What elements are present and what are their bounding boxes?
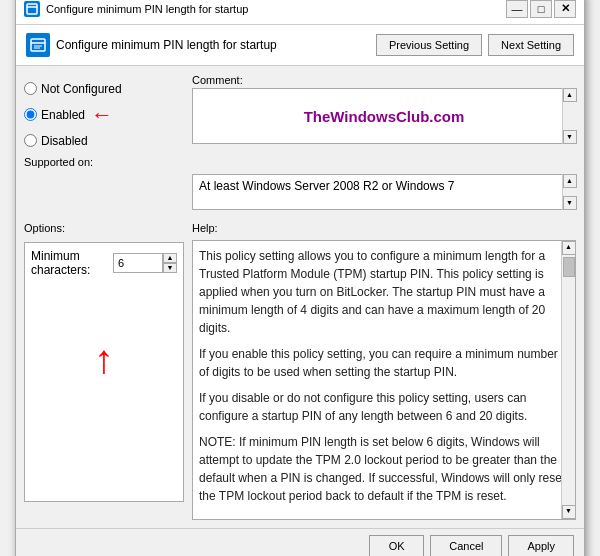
enabled-arrow: ← bbox=[91, 102, 113, 128]
dialog-window: Configure minimum PIN length for startup… bbox=[15, 0, 585, 556]
help-panel: This policy setting allows you to config… bbox=[192, 240, 576, 520]
cancel-button[interactable]: Cancel bbox=[430, 535, 502, 557]
spinner-up-button[interactable]: ▲ bbox=[163, 253, 177, 263]
scroll-up-arrow[interactable]: ▲ bbox=[563, 88, 577, 102]
radio-not-configured-input[interactable] bbox=[24, 82, 37, 95]
title-bar-icon bbox=[24, 1, 40, 17]
title-bar-text: Configure minimum PIN length for startup bbox=[46, 3, 500, 15]
help-title: Help: bbox=[192, 222, 576, 234]
ok-button[interactable]: OK bbox=[369, 535, 424, 557]
help-scroll-thumb[interactable] bbox=[563, 257, 575, 277]
svg-rect-0 bbox=[27, 4, 37, 14]
options-title: Options: bbox=[24, 222, 184, 234]
radio-group: Not Configured Enabled ← Disabled bbox=[24, 82, 184, 148]
comment-box[interactable]: TheWindowsClub.com bbox=[192, 88, 576, 144]
help-scroll-down[interactable]: ▼ bbox=[562, 505, 576, 519]
right-panel: Comment: TheWindowsClub.com ▲ ▼ At least… bbox=[192, 74, 576, 210]
min-chars-input[interactable] bbox=[113, 253, 163, 273]
supported-label: Supported on: bbox=[24, 156, 184, 168]
title-bar-controls: — □ ✕ bbox=[506, 0, 576, 18]
comment-scrollbar: ▲ ▼ bbox=[562, 88, 576, 144]
bottom-section: Options: Minimum characters: ▲ ▼ ↑ bbox=[16, 218, 584, 528]
radio-enabled-label: Enabled bbox=[41, 108, 85, 122]
help-paragraph-1: If you enable this policy setting, you c… bbox=[199, 345, 569, 381]
left-panel: Not Configured Enabled ← Disabled Suppor… bbox=[24, 74, 184, 210]
header-buttons: Previous Setting Next Setting bbox=[376, 34, 574, 56]
scroll-down-arrow[interactable]: ▼ bbox=[563, 130, 577, 144]
help-paragraph-2: If you disable or do not configure this … bbox=[199, 389, 569, 425]
min-chars-row: Minimum characters: ▲ ▼ bbox=[31, 249, 177, 277]
spinner-input: ▲ ▼ bbox=[113, 253, 177, 273]
dialog-header-title: Configure minimum PIN length for startup bbox=[56, 38, 277, 52]
next-setting-button[interactable]: Next Setting bbox=[488, 34, 574, 56]
spinner-down-button[interactable]: ▼ bbox=[163, 263, 177, 273]
help-text: This policy setting allows you to config… bbox=[199, 247, 569, 505]
help-paragraph-0: This policy setting allows you to config… bbox=[199, 247, 569, 337]
comment-watermark: TheWindowsClub.com bbox=[304, 107, 465, 124]
supported-scrollbar: ▲ ▼ bbox=[562, 174, 576, 210]
header-icon bbox=[26, 33, 50, 57]
apply-button[interactable]: Apply bbox=[508, 535, 574, 557]
dialog-body: Not Configured Enabled ← Disabled Suppor… bbox=[16, 66, 584, 218]
radio-disabled: Disabled bbox=[24, 134, 184, 148]
title-bar: Configure minimum PIN length for startup… bbox=[16, 0, 584, 25]
supported-scroll-down[interactable]: ▼ bbox=[563, 196, 577, 210]
dialog-footer: OK Cancel Apply bbox=[16, 528, 584, 557]
radio-not-configured: Not Configured bbox=[24, 82, 184, 96]
previous-setting-button[interactable]: Previous Setting bbox=[376, 34, 482, 56]
radio-disabled-input[interactable] bbox=[24, 134, 37, 147]
spinner-buttons: ▲ ▼ bbox=[163, 253, 177, 273]
supported-scroll-up[interactable]: ▲ bbox=[563, 174, 577, 188]
close-button[interactable]: ✕ bbox=[554, 0, 576, 18]
radio-enabled-input[interactable] bbox=[24, 108, 37, 121]
options-panel: Minimum characters: ▲ ▼ ↑ bbox=[24, 242, 184, 502]
svg-rect-2 bbox=[31, 39, 45, 51]
maximize-button[interactable]: □ bbox=[530, 0, 552, 18]
supported-value: At least Windows Server 2008 R2 or Windo… bbox=[199, 179, 454, 193]
comment-label: Comment: bbox=[192, 74, 576, 86]
supported-box: At least Windows Server 2008 R2 or Windo… bbox=[192, 174, 576, 210]
help-scrollbar: ▲ ▼ bbox=[561, 241, 575, 519]
help-scroll-up[interactable]: ▲ bbox=[562, 241, 576, 255]
options-arrow: ↑ bbox=[31, 337, 177, 382]
radio-not-configured-label: Not Configured bbox=[41, 82, 122, 96]
radio-enabled: Enabled ← bbox=[24, 102, 184, 128]
radio-disabled-label: Disabled bbox=[41, 134, 88, 148]
minimize-button[interactable]: — bbox=[506, 0, 528, 18]
help-paragraph-3: NOTE: If minimum PIN length is set below… bbox=[199, 433, 569, 505]
dialog-header: Configure minimum PIN length for startup… bbox=[16, 25, 584, 66]
min-chars-label: Minimum characters: bbox=[31, 249, 107, 277]
